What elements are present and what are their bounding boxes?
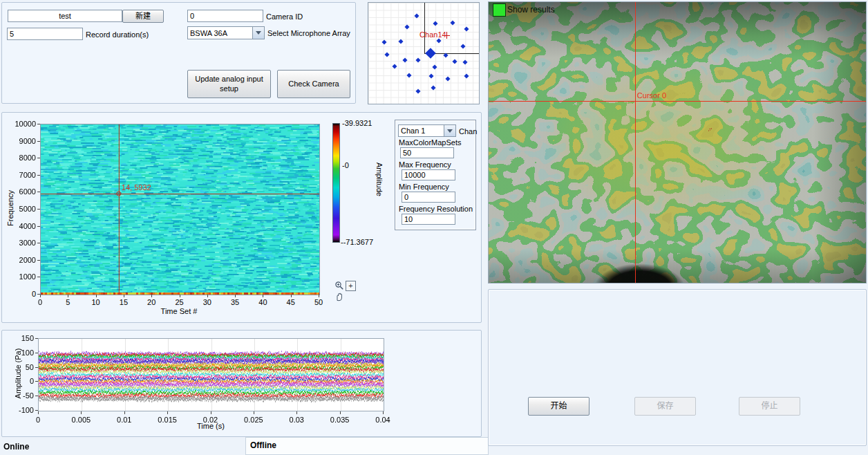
- spectrogram-x-tick: 15: [113, 298, 134, 306]
- camera-id-input[interactable]: 0: [187, 10, 263, 22]
- camera-cursor-label: Cursor 0: [637, 91, 666, 100]
- tick-dash: [35, 367, 38, 368]
- mic-dot: [464, 26, 469, 31]
- tick-dash: [37, 192, 40, 192]
- tick-dash: [296, 411, 297, 414]
- spectrogram-y-tick: 3000: [2, 239, 36, 247]
- pan-hand-tool-icon[interactable]: [334, 292, 344, 301]
- spectrogram-x-tick: 50: [308, 298, 329, 306]
- tick-dash: [37, 158, 40, 158]
- mic-dot: [384, 52, 389, 57]
- check-camera-button[interactable]: Check Camera: [277, 70, 350, 98]
- tick-dash: [37, 175, 40, 176]
- min-frequency-input[interactable]: 0: [402, 192, 455, 203]
- tick-dash: [319, 295, 319, 297]
- mic-array-dropdown[interactable]: BSWA 36A: [187, 26, 265, 39]
- waveform-x-tick: 0.015: [153, 416, 181, 424]
- tick-dash: [37, 124, 40, 124]
- frequency-resolution-input[interactable]: 10: [402, 214, 455, 225]
- action-panel: 开始 保存 停止: [488, 289, 867, 446]
- tick-dash: [340, 411, 341, 414]
- show-results-checkbox[interactable]: [493, 3, 506, 17]
- acoustic-camera-view[interactable]: Cursor 0 Show results: [488, 1, 867, 284]
- array-crosshair-v: [424, 3, 425, 53]
- spectrogram-x-tick: 30: [197, 298, 218, 306]
- spectrogram-x-tick: 25: [169, 298, 190, 306]
- tick-dash: [263, 295, 263, 297]
- tick-dash: [167, 411, 168, 414]
- chevron-down-icon[interactable]: [444, 125, 455, 136]
- tick-dash: [37, 277, 40, 277]
- tick-dash: [151, 295, 152, 297]
- spectrogram-x-tick: 40: [252, 298, 273, 306]
- array-cursor-cross: [446, 32, 447, 39]
- spectrogram-y-tick: 5000: [2, 205, 36, 213]
- new-button[interactable]: 新建: [122, 10, 164, 23]
- save-button[interactable]: 保存: [634, 397, 696, 416]
- cursor-move-tool-icon[interactable]: +: [346, 281, 356, 291]
- tick-dash: [235, 295, 236, 297]
- test-name-input[interactable]: test: [8, 10, 122, 22]
- tick-dash: [35, 410, 38, 411]
- waveform-x-tick: 0.04: [369, 416, 397, 424]
- tick-dash: [254, 411, 254, 414]
- tick-dash: [40, 295, 41, 297]
- max-frequency-input[interactable]: 10000: [402, 169, 455, 180]
- tick-dash: [291, 295, 292, 297]
- colorbar: [332, 123, 340, 243]
- max-colormap-input[interactable]: 50: [400, 147, 454, 158]
- setup-panel: test 新建 5 Record duration(s) 0 Camera ID…: [1, 2, 356, 104]
- mic-dot: [460, 44, 465, 49]
- spectrogram-y-tick: 8000: [2, 154, 36, 162]
- mic-array-plot[interactable]: Chan14: [368, 2, 480, 104]
- waveform-y-tick: 0: [2, 377, 34, 385]
- start-button[interactable]: 开始: [528, 397, 589, 416]
- tick-dash: [35, 353, 38, 353]
- waveform-canvas[interactable]: [38, 338, 384, 411]
- waveform-x-tick: 0.02: [197, 416, 225, 424]
- mic-dot: [398, 39, 403, 44]
- array-cursor-label: Chan14: [419, 30, 446, 39]
- channel-label: Chan: [459, 127, 477, 136]
- tick-dash: [96, 295, 97, 297]
- spectrogram-canvas[interactable]: [40, 124, 320, 295]
- colorbar-title: Amplitude: [375, 162, 384, 196]
- record-duration-value: 5: [10, 30, 14, 38]
- waveform-x-tick: 0.025: [240, 416, 267, 424]
- tick-dash: [37, 209, 40, 210]
- tick-dash: [180, 295, 180, 297]
- tick-dash: [38, 411, 39, 414]
- status-offline-field: Offline: [245, 437, 489, 455]
- spectrogram-y-tick: 0: [2, 290, 36, 298]
- mic-dot: [428, 73, 433, 78]
- waveform-panel: Amplitude (Pa) Time (s) 150100500-50-100…: [1, 330, 482, 437]
- waveform-x-tick: 0.035: [326, 416, 354, 424]
- chevron-down-icon[interactable]: [252, 27, 264, 39]
- mic-dot: [393, 64, 397, 68]
- spectrogram-x-tick: 45: [281, 298, 301, 306]
- spectrogram-x-tick: 0: [30, 298, 50, 306]
- spectrogram-y-tick: 7000: [2, 171, 36, 179]
- colorbar-min-label: --71.3677: [341, 238, 373, 246]
- mic-dot: [406, 73, 411, 77]
- display-control-cluster: Chan 1 Chan MaxColorMapSets 50 Max Frequ…: [395, 120, 476, 230]
- spectrogram-x-tick: 20: [141, 298, 162, 306]
- max-frequency-label: Max Frequency: [399, 160, 451, 169]
- record-duration-input[interactable]: 5: [7, 28, 83, 40]
- camera-id-value: 0: [190, 12, 194, 20]
- mic-dot: [431, 85, 436, 90]
- mic-dot: [402, 57, 407, 62]
- tick-dash: [35, 381, 38, 382]
- zoom-tool-icon[interactable]: [334, 281, 344, 290]
- channel-dropdown[interactable]: Chan 1: [398, 124, 456, 137]
- stop-button[interactable]: 停止: [739, 397, 800, 416]
- mic-dot: [415, 57, 420, 62]
- update-analog-input-button[interactable]: Update analog input setup: [187, 70, 271, 98]
- spectrogram-x-tick: 35: [225, 298, 245, 306]
- waveform-x-tick: 0.01: [111, 416, 138, 424]
- mic-dot: [451, 21, 455, 26]
- camera-cursor-hline[interactable]: [489, 101, 866, 102]
- frequency-resolution-label: Frequency Resolution: [399, 205, 473, 213]
- spectrogram-y-tick: 10000: [2, 120, 36, 128]
- camera-cursor-vline[interactable]: [635, 2, 636, 283]
